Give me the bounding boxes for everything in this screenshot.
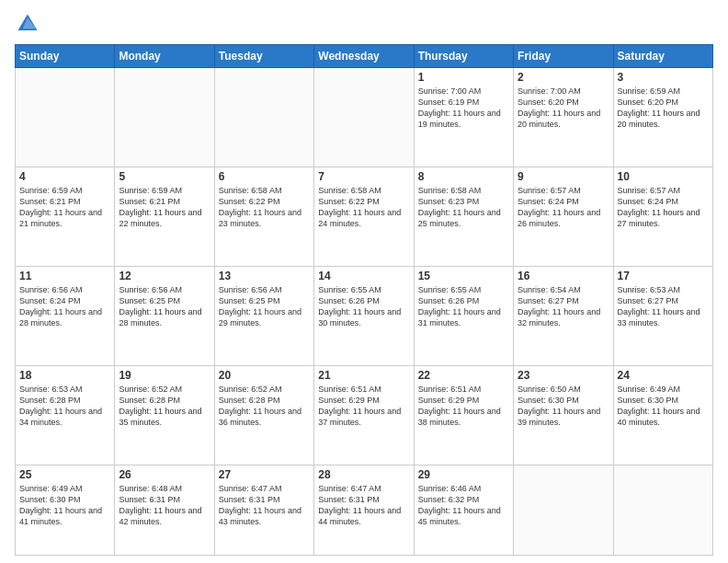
day-number: 12	[119, 270, 210, 282]
day-number: 19	[119, 369, 210, 382]
logo-icon	[15, 11, 40, 37]
day-info: Sunrise: 6:56 AM Sunset: 6:25 PM Dayligh…	[219, 284, 310, 329]
calendar-cell: 15Sunrise: 6:55 AM Sunset: 6:26 PM Dayli…	[414, 266, 513, 365]
calendar-cell: 11Sunrise: 6:56 AM Sunset: 6:24 PM Dayli…	[16, 266, 115, 365]
calendar-cell: 17Sunrise: 6:53 AM Sunset: 6:27 PM Dayli…	[613, 266, 712, 365]
day-number: 17	[618, 270, 709, 282]
day-info: Sunrise: 6:59 AM Sunset: 6:20 PM Dayligh…	[618, 86, 709, 131]
calendar-cell: 7Sunrise: 6:58 AM Sunset: 6:22 PM Daylig…	[314, 167, 414, 266]
day-number: 5	[119, 170, 210, 183]
day-info: Sunrise: 6:51 AM Sunset: 6:29 PM Dayligh…	[318, 384, 409, 429]
day-info: Sunrise: 7:00 AM Sunset: 6:20 PM Dayligh…	[518, 86, 609, 131]
calendar-cell: 5Sunrise: 6:59 AM Sunset: 6:21 PM Daylig…	[115, 167, 214, 266]
day-number: 14	[318, 270, 409, 282]
day-number: 1	[418, 71, 509, 84]
calendar-cell: 27Sunrise: 6:47 AM Sunset: 6:31 PM Dayli…	[214, 465, 313, 555]
calendar-cell: 16Sunrise: 6:54 AM Sunset: 6:27 PM Dayli…	[514, 266, 613, 365]
day-number: 18	[19, 369, 110, 382]
calendar-cell: 13Sunrise: 6:56 AM Sunset: 6:25 PM Dayli…	[214, 266, 313, 365]
calendar-cell	[514, 465, 613, 555]
weekday-monday: Monday	[115, 45, 214, 68]
calendar-cell: 28Sunrise: 6:47 AM Sunset: 6:31 PM Dayli…	[314, 465, 414, 555]
weekday-saturday: Saturday	[613, 45, 712, 68]
day-number: 13	[219, 270, 310, 282]
calendar-cell: 20Sunrise: 6:52 AM Sunset: 6:28 PM Dayli…	[214, 365, 313, 465]
day-number: 27	[219, 468, 310, 481]
calendar-cell: 3Sunrise: 6:59 AM Sunset: 6:20 PM Daylig…	[613, 68, 712, 167]
day-number: 6	[219, 170, 310, 183]
day-info: Sunrise: 6:49 AM Sunset: 6:30 PM Dayligh…	[19, 483, 110, 528]
calendar-cell	[115, 68, 214, 167]
calendar-cell: 10Sunrise: 6:57 AM Sunset: 6:24 PM Dayli…	[613, 167, 712, 266]
day-info: Sunrise: 6:57 AM Sunset: 6:24 PM Dayligh…	[618, 185, 709, 230]
day-info: Sunrise: 6:54 AM Sunset: 6:27 PM Dayligh…	[518, 284, 609, 329]
calendar-cell: 24Sunrise: 6:49 AM Sunset: 6:30 PM Dayli…	[613, 365, 712, 465]
day-number: 28	[318, 468, 409, 481]
day-number: 8	[418, 170, 509, 183]
day-number: 15	[418, 270, 509, 282]
day-info: Sunrise: 6:56 AM Sunset: 6:24 PM Dayligh…	[19, 284, 110, 329]
day-info: Sunrise: 6:59 AM Sunset: 6:21 PM Dayligh…	[119, 185, 210, 230]
day-info: Sunrise: 6:58 AM Sunset: 6:22 PM Dayligh…	[318, 185, 409, 230]
day-info: Sunrise: 6:52 AM Sunset: 6:28 PM Dayligh…	[119, 384, 210, 429]
week-row-1: 4Sunrise: 6:59 AM Sunset: 6:21 PM Daylig…	[16, 167, 713, 266]
day-info: Sunrise: 6:55 AM Sunset: 6:26 PM Dayligh…	[418, 284, 509, 329]
calendar-table: SundayMondayTuesdayWednesdayThursdayFrid…	[15, 44, 713, 556]
weekday-header-row: SundayMondayTuesdayWednesdayThursdayFrid…	[16, 45, 713, 68]
day-number: 4	[19, 170, 110, 183]
calendar-cell: 2Sunrise: 7:00 AM Sunset: 6:20 PM Daylig…	[514, 68, 613, 167]
calendar-cell: 29Sunrise: 6:46 AM Sunset: 6:32 PM Dayli…	[414, 465, 513, 555]
day-info: Sunrise: 6:46 AM Sunset: 6:32 PM Dayligh…	[418, 483, 509, 528]
day-number: 25	[19, 468, 110, 481]
day-info: Sunrise: 6:51 AM Sunset: 6:29 PM Dayligh…	[418, 384, 509, 429]
calendar-cell: 23Sunrise: 6:50 AM Sunset: 6:30 PM Dayli…	[514, 365, 613, 465]
week-row-0: 1Sunrise: 7:00 AM Sunset: 6:19 PM Daylig…	[16, 68, 713, 167]
day-info: Sunrise: 6:55 AM Sunset: 6:26 PM Dayligh…	[318, 284, 409, 329]
day-info: Sunrise: 6:58 AM Sunset: 6:22 PM Dayligh…	[219, 185, 310, 230]
header	[15, 11, 713, 37]
calendar-cell: 22Sunrise: 6:51 AM Sunset: 6:29 PM Dayli…	[414, 365, 513, 465]
day-info: Sunrise: 6:56 AM Sunset: 6:25 PM Dayligh…	[119, 284, 210, 329]
logo	[15, 11, 44, 37]
day-info: Sunrise: 6:52 AM Sunset: 6:28 PM Dayligh…	[219, 384, 310, 429]
calendar-cell: 18Sunrise: 6:53 AM Sunset: 6:28 PM Dayli…	[16, 365, 115, 465]
weekday-friday: Friday	[514, 45, 613, 68]
calendar-cell: 4Sunrise: 6:59 AM Sunset: 6:21 PM Daylig…	[16, 167, 115, 266]
calendar-cell: 21Sunrise: 6:51 AM Sunset: 6:29 PM Dayli…	[314, 365, 414, 465]
day-info: Sunrise: 6:57 AM Sunset: 6:24 PM Dayligh…	[518, 185, 609, 230]
weekday-sunday: Sunday	[16, 45, 115, 68]
day-number: 20	[219, 369, 310, 382]
day-info: Sunrise: 6:48 AM Sunset: 6:31 PM Dayligh…	[119, 483, 210, 528]
day-number: 2	[518, 71, 609, 84]
day-number: 9	[518, 170, 609, 183]
calendar-cell: 8Sunrise: 6:58 AM Sunset: 6:23 PM Daylig…	[414, 167, 513, 266]
day-number: 23	[518, 369, 609, 382]
day-number: 29	[418, 468, 509, 481]
day-number: 24	[618, 369, 709, 382]
day-number: 3	[618, 71, 709, 84]
calendar-cell: 25Sunrise: 6:49 AM Sunset: 6:30 PM Dayli…	[16, 465, 115, 555]
day-info: Sunrise: 6:53 AM Sunset: 6:27 PM Dayligh…	[618, 284, 709, 329]
day-number: 22	[418, 369, 509, 382]
calendar-cell	[613, 465, 712, 555]
weekday-thursday: Thursday	[414, 45, 513, 68]
calendar-cell: 19Sunrise: 6:52 AM Sunset: 6:28 PM Dayli…	[115, 365, 214, 465]
day-number: 26	[119, 468, 210, 481]
day-info: Sunrise: 6:53 AM Sunset: 6:28 PM Dayligh…	[19, 384, 110, 429]
calendar-cell	[16, 68, 115, 167]
day-info: Sunrise: 6:50 AM Sunset: 6:30 PM Dayligh…	[518, 384, 609, 429]
day-info: Sunrise: 6:47 AM Sunset: 6:31 PM Dayligh…	[219, 483, 310, 528]
day-info: Sunrise: 7:00 AM Sunset: 6:19 PM Dayligh…	[418, 86, 509, 131]
day-info: Sunrise: 6:47 AM Sunset: 6:31 PM Dayligh…	[318, 483, 409, 528]
calendar-cell: 1Sunrise: 7:00 AM Sunset: 6:19 PM Daylig…	[414, 68, 513, 167]
day-number: 10	[618, 170, 709, 183]
day-number: 11	[19, 270, 110, 282]
week-row-2: 11Sunrise: 6:56 AM Sunset: 6:24 PM Dayli…	[16, 266, 713, 365]
day-number: 21	[318, 369, 409, 382]
day-number: 7	[318, 170, 409, 183]
calendar-cell: 26Sunrise: 6:48 AM Sunset: 6:31 PM Dayli…	[115, 465, 214, 555]
weekday-tuesday: Tuesday	[214, 45, 313, 68]
day-info: Sunrise: 6:49 AM Sunset: 6:30 PM Dayligh…	[618, 384, 709, 429]
day-number: 16	[518, 270, 609, 282]
page: SundayMondayTuesdayWednesdayThursdayFrid…	[0, 0, 728, 563]
